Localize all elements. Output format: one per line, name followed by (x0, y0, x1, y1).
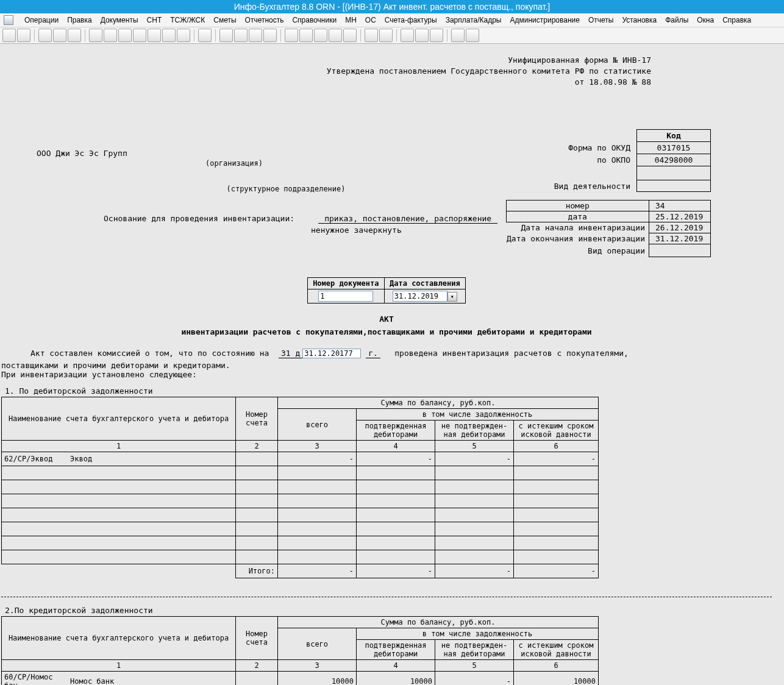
body-date-input[interactable] (302, 349, 361, 358)
cut-icon[interactable] (38, 29, 52, 42)
row-expired[interactable] (514, 508, 599, 522)
tool-icon[interactable] (379, 29, 393, 42)
menu-item[interactable]: Правка (67, 16, 92, 24)
tool-icon[interactable] (104, 29, 117, 42)
row-unconfirmed[interactable] (435, 480, 514, 494)
nomer-value[interactable]: 34 (649, 201, 711, 211)
row-expired[interactable] (514, 480, 599, 494)
row-acct[interactable] (236, 480, 278, 494)
menu-item[interactable]: МН (345, 16, 357, 24)
table-row[interactable] (2, 522, 599, 536)
menu-item[interactable]: Администрирование (510, 16, 580, 24)
row-code[interactable]: 60/СР/Номос бан (2, 672, 68, 686)
menu-item[interactable]: Счета-фактуры (385, 16, 437, 24)
table-row[interactable] (2, 480, 599, 494)
table-row[interactable] (2, 466, 599, 480)
menu-item[interactable]: Файлы (665, 16, 688, 24)
row-name[interactable]: Номос банк (68, 672, 236, 686)
table-row[interactable] (2, 536, 599, 550)
docnum-input[interactable] (318, 291, 373, 302)
menu-item[interactable]: Установка (622, 16, 657, 24)
row-unconfirmed[interactable] (435, 550, 514, 564)
table-row[interactable]: 62/СР/ЭкводЭквод---- (2, 452, 599, 466)
row-confirmed[interactable] (357, 522, 435, 536)
help-icon[interactable] (401, 29, 414, 42)
row-expired[interactable] (514, 550, 599, 564)
refresh-icon[interactable] (198, 29, 212, 42)
row-total[interactable]: - (278, 452, 357, 466)
row-code[interactable] (2, 480, 68, 494)
row-total[interactable] (278, 480, 357, 494)
tool-icon[interactable] (2, 29, 16, 42)
menu-item[interactable]: СНТ (147, 16, 162, 24)
tool-icon[interactable] (466, 29, 479, 42)
row-unconfirmed[interactable]: - (435, 452, 514, 466)
row-total[interactable]: 10000 (278, 672, 357, 686)
menu-item[interactable]: Операции (24, 16, 59, 24)
dropdown-icon[interactable]: ▾ (447, 292, 457, 302)
menu-item[interactable]: Документы (101, 16, 138, 24)
row-acct[interactable] (236, 452, 278, 466)
row-acct[interactable] (236, 550, 278, 564)
row-expired[interactable] (514, 494, 599, 508)
print-icon[interactable] (365, 29, 378, 42)
end-value[interactable]: 31.12.2019 (649, 233, 711, 244)
row-total[interactable] (278, 536, 357, 550)
undo-icon[interactable] (89, 29, 102, 42)
row-acct[interactable] (236, 536, 278, 550)
oper-value[interactable] (649, 244, 711, 257)
row-confirmed[interactable] (357, 480, 435, 494)
tool-icon[interactable] (118, 29, 132, 42)
tool-icon[interactable] (133, 29, 146, 42)
menu-item[interactable]: Сметы (213, 16, 236, 24)
row-acct[interactable] (236, 494, 278, 508)
table-row[interactable] (2, 494, 599, 508)
tool-icon[interactable] (430, 29, 443, 42)
row-name[interactable] (68, 536, 236, 550)
data-value[interactable]: 25.12.2019 (649, 211, 711, 222)
tool-icon[interactable] (299, 29, 313, 42)
row-name[interactable] (68, 508, 236, 522)
row-unconfirmed[interactable] (435, 536, 514, 550)
menu-item[interactable]: ТСЖ/ЖСК (170, 16, 205, 24)
menu-item[interactable]: Отчетность (245, 16, 284, 24)
tool-icon[interactable] (415, 29, 429, 42)
row-unconfirmed[interactable] (435, 494, 514, 508)
menu-item[interactable]: Справочники (292, 16, 337, 24)
row-unconfirmed[interactable] (435, 522, 514, 536)
row-name[interactable] (68, 494, 236, 508)
row-confirmed[interactable]: 10000 (357, 672, 435, 686)
docdate-input[interactable] (393, 291, 447, 302)
row-acct[interactable] (236, 672, 278, 686)
paste-icon[interactable] (68, 29, 81, 42)
row-code[interactable] (2, 494, 68, 508)
tool-icon[interactable] (234, 29, 248, 42)
row-confirmed[interactable]: - (357, 452, 435, 466)
row-acct[interactable] (236, 522, 278, 536)
row-code[interactable] (2, 466, 68, 480)
row-name[interactable] (68, 466, 236, 480)
row-code[interactable] (2, 522, 68, 536)
table-row[interactable]: 60/СР/Номос банНомос банк1000010000-1000… (2, 672, 599, 686)
tool-icon[interactable] (219, 29, 233, 42)
row-name[interactable] (68, 480, 236, 494)
table-row[interactable] (2, 508, 599, 522)
copy-icon[interactable] (53, 29, 66, 42)
row-name[interactable] (68, 522, 236, 536)
row-confirmed[interactable] (357, 494, 435, 508)
menu-item[interactable]: Отчеты (588, 16, 613, 24)
row-confirmed[interactable] (357, 508, 435, 522)
row-unconfirmed[interactable]: - (435, 672, 514, 686)
row-confirmed[interactable] (357, 536, 435, 550)
menu-item[interactable]: ОС (365, 16, 376, 24)
save-icon[interactable] (263, 29, 277, 42)
tool-icon[interactable] (148, 29, 161, 42)
tool-icon[interactable] (162, 29, 176, 42)
menu-item[interactable]: Справка (722, 16, 751, 24)
row-total[interactable] (278, 522, 357, 536)
menu-item[interactable]: Зарплата/Кадры (446, 16, 502, 24)
row-total[interactable] (278, 508, 357, 522)
row-expired[interactable] (514, 466, 599, 480)
globe-icon[interactable] (451, 29, 465, 42)
row-confirmed[interactable] (357, 466, 435, 480)
